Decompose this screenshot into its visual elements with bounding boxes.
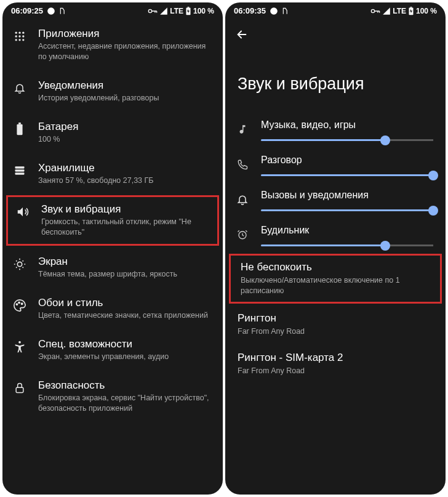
- settings-list[interactable]: ПриложенияАссистент, недавние приложения…: [2, 19, 223, 495]
- svg-point-5: [18, 32, 20, 34]
- slider-track[interactable]: [261, 139, 433, 141]
- battery-icon: [12, 122, 27, 137]
- battery-percent: 100 %: [193, 7, 214, 15]
- ringtone-title: Рингтон: [238, 312, 433, 325]
- apps-icon: [12, 29, 27, 44]
- svg-rect-15: [15, 166, 25, 168]
- settings-item-display[interactable]: ЭкранТёмная тема, размер шрифта, яркость: [2, 247, 223, 288]
- setting-subtitle: Блокировка экрана, сервис "Найти устройс…: [38, 393, 212, 414]
- sound-settings-screen: 06:09:35 LTE 100 % Звук и ви: [225, 2, 446, 495]
- setting-title: Звук и вибрация: [41, 203, 209, 216]
- slider-label: Будильник: [261, 225, 433, 236]
- settings-item-palette[interactable]: Обои и стильЦвета, тематические значки, …: [2, 288, 223, 329]
- slider-label: Вызовы и уведомления: [261, 190, 433, 201]
- svg-point-11: [18, 39, 20, 41]
- vpn-icon: [148, 8, 158, 14]
- dnd-subtitle: Выключено/Автоматическое включение по 1 …: [241, 275, 430, 296]
- volume-slider-bell: Вызовы и уведомления: [225, 182, 446, 217]
- svg-point-12: [22, 39, 24, 41]
- setting-title: Уведомления: [38, 79, 212, 92]
- setting-title: Хранилище: [38, 162, 212, 174]
- setting-title: Батарея: [38, 121, 212, 133]
- signal-icon: [159, 7, 168, 15]
- status-bar: 06:09:25 LTE 100 %: [2, 2, 223, 19]
- svg-rect-16: [15, 169, 25, 171]
- svg-point-4: [15, 32, 17, 34]
- setting-subtitle: Экран, элементы управления, аудио: [38, 352, 212, 362]
- back-arrow-icon[interactable]: [235, 28, 436, 41]
- do-not-disturb-item[interactable]: Не беспокоитьВыключено/Автоматическое вк…: [229, 254, 442, 304]
- settings-screen-left: 06:09:25 LTE 100 % ПриложенияАссистент, …: [2, 2, 223, 495]
- battery-percent: 100 %: [416, 7, 437, 15]
- page-title: Звук и вибрация: [225, 50, 446, 112]
- settings-item-apps[interactable]: ПриложенияАссистент, недавние приложения…: [2, 19, 223, 71]
- music-icon: [235, 122, 250, 137]
- svg-point-7: [15, 35, 17, 37]
- svg-point-8: [18, 35, 20, 37]
- svg-point-19: [16, 304, 17, 305]
- svg-rect-14: [18, 123, 21, 124]
- ringtone-item-1[interactable]: РингтонFar From Any Road: [225, 305, 446, 344]
- ringtone-title: Рингтон - SIM-карта 2: [238, 352, 433, 364]
- svg-point-21: [22, 303, 23, 304]
- status-time: 06:09:25: [11, 6, 43, 15]
- settings-item-accessibility[interactable]: Спец. возможностиЭкран, элементы управле…: [2, 329, 223, 371]
- svg-point-0: [47, 7, 55, 15]
- slider-track[interactable]: [261, 244, 433, 246]
- signal-icon: [382, 7, 391, 15]
- svg-rect-3: [188, 7, 190, 7]
- svg-rect-17: [15, 172, 25, 174]
- ringtone-subtitle: Far From Any Road: [238, 366, 433, 376]
- network-type: LTE: [393, 7, 406, 15]
- svg-point-25: [372, 9, 375, 12]
- settings-item-battery[interactable]: Батарея100 %: [2, 112, 223, 153]
- slider-label: Разговор: [261, 155, 433, 166]
- network-type: LTE: [170, 7, 183, 15]
- svg-rect-27: [410, 7, 412, 7]
- status-app-icon-1: [47, 7, 55, 15]
- setting-title: Обои и стиль: [38, 297, 212, 309]
- setting-subtitle: Занято 57 %, свободно 27,33 ГБ: [38, 176, 212, 186]
- battery-charging-icon: [185, 7, 191, 15]
- settings-item-sound[interactable]: Звук и вибрацияГромкость, тактильный отк…: [6, 195, 219, 246]
- settings-item-bell[interactable]: УведомленияИстория уведомлений, разговор…: [2, 71, 223, 112]
- vpn-icon: [370, 8, 380, 14]
- svg-rect-23: [16, 387, 23, 392]
- display-icon: [12, 257, 27, 272]
- battery-charging-icon: [408, 7, 414, 15]
- palette-icon: [12, 298, 27, 313]
- ringtone-item-2[interactable]: Рингтон - SIM-карта 2Far From Any Road: [225, 344, 446, 384]
- setting-title: Безопасность: [38, 379, 212, 392]
- setting-subtitle: История уведомлений, разговоры: [38, 93, 212, 103]
- setting-subtitle: Тёмная тема, размер шрифта, яркость: [38, 269, 212, 280]
- setting-title: Спец. возможности: [38, 338, 212, 350]
- sound-settings-list[interactable]: Музыка, видео, игрыРазговорВызовы и увед…: [225, 112, 446, 495]
- setting-subtitle: Цвета, тематические значки, сетка прилож…: [38, 310, 212, 321]
- volume-slider-phone: Разговор: [225, 147, 446, 182]
- slider-thumb[interactable]: [380, 241, 390, 251]
- settings-item-storage[interactable]: ХранилищеЗанято 57 %, свободно 27,33 ГБ: [2, 153, 223, 195]
- bell-icon: [12, 81, 27, 95]
- status-bar: 06:09:35 LTE 100 %: [225, 2, 446, 19]
- svg-point-20: [18, 302, 20, 303]
- svg-point-18: [17, 262, 22, 266]
- svg-point-1: [149, 9, 152, 12]
- slider-thumb[interactable]: [428, 171, 438, 180]
- slider-track[interactable]: [261, 174, 433, 176]
- phone-icon: [235, 157, 250, 172]
- setting-title: Приложения: [38, 28, 212, 40]
- svg-rect-13: [17, 124, 22, 134]
- lock-icon: [12, 381, 27, 395]
- setting-title: Экран: [38, 256, 212, 268]
- settings-item-lock[interactable]: БезопасностьБлокировка экрана, сервис "Н…: [2, 371, 223, 422]
- status-app-icon-2: [59, 7, 68, 15]
- accessibility-icon: [12, 339, 27, 354]
- svg-point-10: [15, 39, 17, 41]
- slider-thumb[interactable]: [428, 206, 438, 216]
- svg-point-24: [270, 7, 278, 15]
- status-app-icon-2: [282, 7, 290, 15]
- setting-subtitle: Ассистент, недавние приложения, приложен…: [38, 41, 212, 62]
- slider-track[interactable]: [261, 209, 433, 211]
- slider-thumb[interactable]: [380, 135, 390, 145]
- sound-icon: [15, 204, 30, 219]
